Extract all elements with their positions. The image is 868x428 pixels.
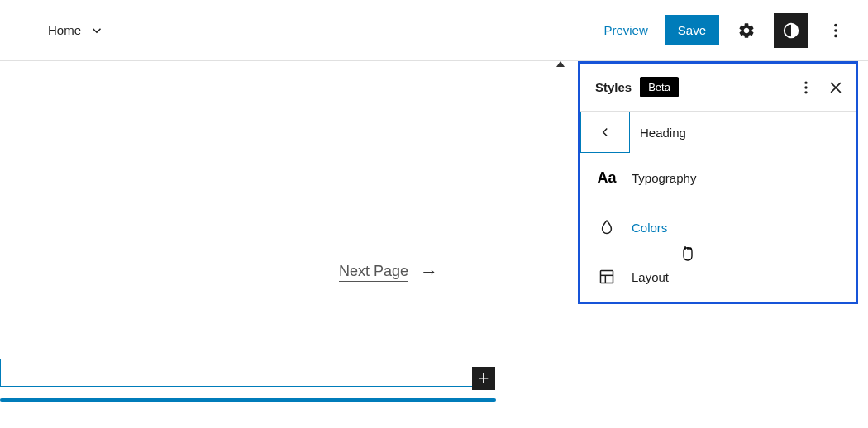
layout-label: Layout: [632, 270, 669, 284]
insertion-indicator: [0, 398, 496, 402]
heading-label: Heading: [640, 126, 686, 140]
preview-link[interactable]: Preview: [597, 17, 654, 44]
settings-button[interactable]: [729, 13, 764, 48]
typography-label: Typography: [632, 171, 696, 185]
heading-row: Heading: [580, 112, 856, 153]
drop-icon: [597, 219, 617, 235]
styles-toggle-button[interactable]: [774, 13, 808, 48]
next-page-label: Next Page: [339, 263, 408, 282]
toolbar-actions: Preview Save: [597, 13, 853, 48]
gear-icon: [737, 21, 756, 40]
colors-label: Colors: [632, 221, 667, 235]
svg-point-6: [804, 91, 807, 93]
panel-title-group: Styles Beta: [595, 77, 679, 97]
selected-block-outline[interactable]: [0, 359, 494, 387]
svg-point-1: [834, 23, 837, 26]
layout-item[interactable]: Layout: [580, 252, 856, 302]
plus-icon: +: [479, 368, 489, 389]
home-label: Home: [48, 23, 81, 37]
svg-point-4: [804, 81, 807, 83]
chevron-down-icon: [89, 23, 104, 38]
home-dropdown[interactable]: Home: [48, 23, 104, 38]
next-page-link[interactable]: Next Page →: [339, 261, 438, 283]
more-vertical-icon[interactable]: [798, 79, 814, 96]
svg-point-2: [834, 29, 837, 32]
chevron-left-icon: [598, 125, 613, 140]
svg-point-3: [834, 34, 837, 37]
panel-header: Styles Beta: [580, 64, 856, 112]
half-circle-icon: [782, 21, 800, 40]
save-button[interactable]: Save: [665, 15, 719, 45]
add-block-button[interactable]: +: [472, 367, 495, 390]
editor-canvas[interactable]: Next Page → +: [0, 61, 565, 428]
panel-divider: [565, 61, 565, 428]
arrow-right-icon: →: [420, 261, 438, 283]
typography-icon: Aa: [597, 169, 617, 187]
svg-point-5: [804, 86, 807, 88]
scroll-indicator-icon: [556, 61, 565, 67]
colors-item[interactable]: Colors: [580, 202, 856, 252]
styles-panel: Styles Beta Heading Aa Typography Colors…: [578, 61, 858, 304]
top-toolbar: Home Preview Save: [0, 0, 868, 61]
close-button[interactable]: [827, 79, 844, 96]
svg-rect-9: [601, 271, 613, 283]
layout-icon: [597, 269, 617, 285]
panel-title: Styles: [595, 80, 632, 94]
panel-header-actions: [798, 79, 844, 96]
back-button[interactable]: [580, 112, 630, 153]
typography-item[interactable]: Aa Typography: [580, 153, 856, 202]
more-menu-button[interactable]: [818, 13, 853, 48]
beta-badge: Beta: [640, 77, 679, 97]
more-vertical-icon: [827, 21, 845, 40]
